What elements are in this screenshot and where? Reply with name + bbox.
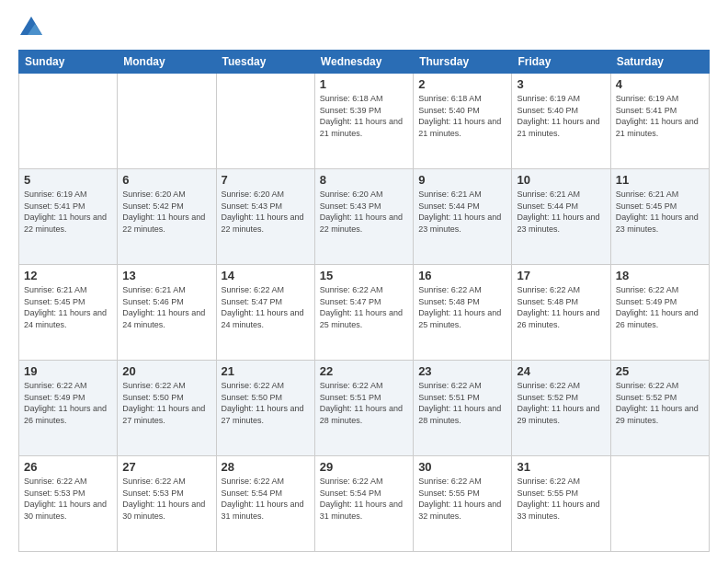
day-cell: 29Sunrise: 6:22 AM Sunset: 5:54 PM Dayli… <box>314 456 413 552</box>
weekday-header-row: SundayMondayTuesdayWednesdayThursdayFrid… <box>19 51 710 74</box>
header <box>18 15 710 40</box>
day-info: Sunrise: 6:22 AM Sunset: 5:51 PM Dayligh… <box>320 381 403 425</box>
day-number: 23 <box>418 364 506 378</box>
week-row-2: 5Sunrise: 6:19 AM Sunset: 5:41 PM Daylig… <box>19 169 710 265</box>
day-info: Sunrise: 6:22 AM Sunset: 5:54 PM Dayligh… <box>320 477 403 521</box>
day-cell <box>216 74 314 169</box>
day-number: 31 <box>517 460 605 474</box>
day-cell: 9Sunrise: 6:21 AM Sunset: 5:44 PM Daylig… <box>414 169 512 265</box>
day-number: 9 <box>418 173 506 187</box>
day-cell: 17Sunrise: 6:22 AM Sunset: 5:48 PM Dayli… <box>512 265 610 361</box>
day-info: Sunrise: 6:22 AM Sunset: 5:51 PM Dayligh… <box>418 381 501 425</box>
day-number: 20 <box>122 364 210 378</box>
day-number: 19 <box>24 364 112 378</box>
weekday-header-saturday: Saturday <box>610 51 709 74</box>
page: SundayMondayTuesdayWednesdayThursdayFrid… <box>0 0 728 563</box>
day-info: Sunrise: 6:20 AM Sunset: 5:42 PM Dayligh… <box>122 190 205 234</box>
day-cell: 1Sunrise: 6:18 AM Sunset: 5:39 PM Daylig… <box>314 74 413 169</box>
day-cell: 22Sunrise: 6:22 AM Sunset: 5:51 PM Dayli… <box>314 361 413 456</box>
day-cell: 15Sunrise: 6:22 AM Sunset: 5:47 PM Dayli… <box>314 265 413 361</box>
day-cell: 23Sunrise: 6:22 AM Sunset: 5:51 PM Dayli… <box>414 361 512 456</box>
day-info: Sunrise: 6:22 AM Sunset: 5:55 PM Dayligh… <box>517 477 599 521</box>
day-number: 15 <box>320 269 408 282</box>
week-row-4: 19Sunrise: 6:22 AM Sunset: 5:49 PM Dayli… <box>19 361 710 456</box>
day-info: Sunrise: 6:21 AM Sunset: 5:44 PM Dayligh… <box>517 190 599 234</box>
day-cell: 11Sunrise: 6:21 AM Sunset: 5:45 PM Dayli… <box>610 169 709 265</box>
day-number: 10 <box>517 173 605 187</box>
day-number: 24 <box>517 364 605 378</box>
day-number: 3 <box>517 77 605 91</box>
day-cell: 14Sunrise: 6:22 AM Sunset: 5:47 PM Dayli… <box>216 265 314 361</box>
day-number: 6 <box>122 173 210 187</box>
day-info: Sunrise: 6:22 AM Sunset: 5:53 PM Dayligh… <box>122 477 205 521</box>
day-number: 28 <box>222 460 310 474</box>
weekday-header-sunday: Sunday <box>19 51 118 74</box>
day-number: 21 <box>222 364 310 378</box>
day-cell: 7Sunrise: 6:20 AM Sunset: 5:43 PM Daylig… <box>216 169 314 265</box>
day-cell: 5Sunrise: 6:19 AM Sunset: 5:41 PM Daylig… <box>19 169 118 265</box>
day-info: Sunrise: 6:22 AM Sunset: 5:47 PM Dayligh… <box>222 285 304 329</box>
week-row-1: 1Sunrise: 6:18 AM Sunset: 5:39 PM Daylig… <box>19 74 710 169</box>
calendar-table: SundayMondayTuesdayWednesdayThursdayFrid… <box>18 50 710 552</box>
day-number: 12 <box>24 269 112 282</box>
day-cell: 26Sunrise: 6:22 AM Sunset: 5:53 PM Dayli… <box>19 456 118 552</box>
day-cell: 28Sunrise: 6:22 AM Sunset: 5:54 PM Dayli… <box>216 456 314 552</box>
day-cell: 27Sunrise: 6:22 AM Sunset: 5:53 PM Dayli… <box>118 456 216 552</box>
weekday-header-monday: Monday <box>118 51 216 74</box>
day-number: 22 <box>320 364 408 378</box>
day-number: 8 <box>320 173 408 187</box>
day-number: 30 <box>418 460 506 474</box>
day-cell: 25Sunrise: 6:22 AM Sunset: 5:52 PM Dayli… <box>610 361 709 456</box>
day-cell: 2Sunrise: 6:18 AM Sunset: 5:40 PM Daylig… <box>414 74 512 169</box>
day-cell: 3Sunrise: 6:19 AM Sunset: 5:40 PM Daylig… <box>512 74 610 169</box>
week-row-5: 26Sunrise: 6:22 AM Sunset: 5:53 PM Dayli… <box>19 456 710 552</box>
day-number: 18 <box>616 269 704 282</box>
day-info: Sunrise: 6:20 AM Sunset: 5:43 PM Dayligh… <box>222 190 304 234</box>
day-cell: 20Sunrise: 6:22 AM Sunset: 5:50 PM Dayli… <box>118 361 216 456</box>
day-cell: 10Sunrise: 6:21 AM Sunset: 5:44 PM Dayli… <box>512 169 610 265</box>
day-number: 16 <box>418 269 506 282</box>
day-info: Sunrise: 6:22 AM Sunset: 5:49 PM Dayligh… <box>616 285 699 329</box>
day-number: 2 <box>418 77 506 91</box>
day-cell: 30Sunrise: 6:22 AM Sunset: 5:55 PM Dayli… <box>414 456 512 552</box>
day-info: Sunrise: 6:22 AM Sunset: 5:50 PM Dayligh… <box>222 381 304 425</box>
day-cell: 8Sunrise: 6:20 AM Sunset: 5:43 PM Daylig… <box>314 169 413 265</box>
day-info: Sunrise: 6:22 AM Sunset: 5:48 PM Dayligh… <box>418 285 501 329</box>
day-number: 17 <box>517 269 605 282</box>
day-number: 7 <box>222 173 310 187</box>
weekday-header-tuesday: Tuesday <box>216 51 314 74</box>
day-info: Sunrise: 6:21 AM Sunset: 5:45 PM Dayligh… <box>24 285 107 329</box>
weekday-header-wednesday: Wednesday <box>314 51 413 74</box>
day-info: Sunrise: 6:22 AM Sunset: 5:52 PM Dayligh… <box>616 381 699 425</box>
day-info: Sunrise: 6:22 AM Sunset: 5:52 PM Dayligh… <box>517 381 599 425</box>
day-info: Sunrise: 6:22 AM Sunset: 5:55 PM Dayligh… <box>418 477 501 521</box>
day-info: Sunrise: 6:22 AM Sunset: 5:47 PM Dayligh… <box>320 285 403 329</box>
day-cell <box>19 74 118 169</box>
day-info: Sunrise: 6:22 AM Sunset: 5:50 PM Dayligh… <box>122 381 205 425</box>
day-number: 26 <box>24 460 112 474</box>
day-number: 14 <box>222 269 310 282</box>
day-cell: 31Sunrise: 6:22 AM Sunset: 5:55 PM Dayli… <box>512 456 610 552</box>
logo-icon <box>18 15 44 40</box>
day-cell: 13Sunrise: 6:21 AM Sunset: 5:46 PM Dayli… <box>118 265 216 361</box>
day-info: Sunrise: 6:20 AM Sunset: 5:43 PM Dayligh… <box>320 190 403 234</box>
day-number: 27 <box>122 460 210 474</box>
day-cell: 16Sunrise: 6:22 AM Sunset: 5:48 PM Dayli… <box>414 265 512 361</box>
day-number: 13 <box>122 269 210 282</box>
day-info: Sunrise: 6:18 AM Sunset: 5:40 PM Dayligh… <box>418 94 501 138</box>
day-cell: 12Sunrise: 6:21 AM Sunset: 5:45 PM Dayli… <box>19 265 118 361</box>
day-cell: 6Sunrise: 6:20 AM Sunset: 5:42 PM Daylig… <box>118 169 216 265</box>
day-number: 4 <box>616 77 704 91</box>
day-info: Sunrise: 6:21 AM Sunset: 5:45 PM Dayligh… <box>616 190 699 234</box>
weekday-header-thursday: Thursday <box>414 51 512 74</box>
day-cell <box>118 74 216 169</box>
day-info: Sunrise: 6:22 AM Sunset: 5:53 PM Dayligh… <box>24 477 107 521</box>
logo <box>18 15 48 40</box>
day-cell: 21Sunrise: 6:22 AM Sunset: 5:50 PM Dayli… <box>216 361 314 456</box>
day-info: Sunrise: 6:22 AM Sunset: 5:54 PM Dayligh… <box>222 477 304 521</box>
day-cell: 24Sunrise: 6:22 AM Sunset: 5:52 PM Dayli… <box>512 361 610 456</box>
week-row-3: 12Sunrise: 6:21 AM Sunset: 5:45 PM Dayli… <box>19 265 710 361</box>
day-info: Sunrise: 6:19 AM Sunset: 5:41 PM Dayligh… <box>616 94 699 138</box>
day-info: Sunrise: 6:22 AM Sunset: 5:49 PM Dayligh… <box>24 381 107 425</box>
day-number: 25 <box>616 364 704 378</box>
